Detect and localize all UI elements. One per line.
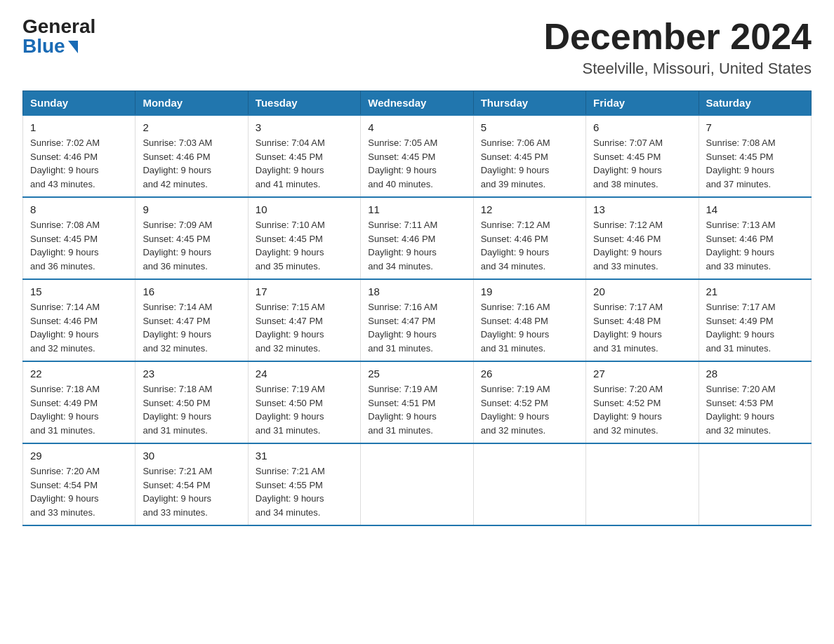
day-info: Sunrise: 7:06 AM Sunset: 4:45 PM Dayligh… bbox=[481, 136, 578, 191]
week-row-4: 22 Sunrise: 7:18 AM Sunset: 4:49 PM Dayl… bbox=[23, 361, 812, 443]
day-info: Sunrise: 7:07 AM Sunset: 4:45 PM Dayligh… bbox=[593, 136, 691, 191]
day-number: 4 bbox=[368, 121, 465, 133]
day-cell: 3 Sunrise: 7:04 AM Sunset: 4:45 PM Dayli… bbox=[248, 115, 360, 197]
location-subtitle: Steelville, Missouri, United States bbox=[543, 60, 812, 78]
day-cell: 30 Sunrise: 7:21 AM Sunset: 4:54 PM Dayl… bbox=[135, 443, 248, 525]
day-cell: 13 Sunrise: 7:12 AM Sunset: 4:46 PM Dayl… bbox=[586, 197, 699, 279]
day-info: Sunrise: 7:18 AM Sunset: 4:50 PM Dayligh… bbox=[143, 382, 240, 437]
day-number: 29 bbox=[30, 450, 128, 462]
day-info: Sunrise: 7:08 AM Sunset: 4:45 PM Dayligh… bbox=[30, 218, 128, 273]
day-info: Sunrise: 7:03 AM Sunset: 4:46 PM Dayligh… bbox=[143, 136, 240, 191]
day-cell bbox=[473, 443, 585, 525]
day-cell: 28 Sunrise: 7:20 AM Sunset: 4:53 PM Dayl… bbox=[699, 361, 811, 443]
day-cell: 25 Sunrise: 7:19 AM Sunset: 4:51 PM Dayl… bbox=[361, 361, 473, 443]
day-cell: 8 Sunrise: 7:08 AM Sunset: 4:45 PM Dayli… bbox=[23, 197, 135, 279]
day-cell bbox=[699, 443, 811, 525]
day-number: 22 bbox=[30, 368, 128, 380]
day-cell: 2 Sunrise: 7:03 AM Sunset: 4:46 PM Dayli… bbox=[135, 115, 248, 197]
week-row-2: 8 Sunrise: 7:08 AM Sunset: 4:45 PM Dayli… bbox=[23, 197, 812, 279]
day-info: Sunrise: 7:09 AM Sunset: 4:45 PM Dayligh… bbox=[143, 218, 240, 273]
day-number: 3 bbox=[256, 121, 353, 133]
day-cell: 20 Sunrise: 7:17 AM Sunset: 4:48 PM Dayl… bbox=[586, 279, 699, 361]
day-info: Sunrise: 7:19 AM Sunset: 4:52 PM Dayligh… bbox=[481, 382, 578, 437]
day-info: Sunrise: 7:19 AM Sunset: 4:51 PM Dayligh… bbox=[368, 382, 465, 437]
day-info: Sunrise: 7:14 AM Sunset: 4:46 PM Dayligh… bbox=[30, 300, 128, 355]
day-info: Sunrise: 7:19 AM Sunset: 4:50 PM Dayligh… bbox=[256, 382, 353, 437]
day-info: Sunrise: 7:12 AM Sunset: 4:46 PM Dayligh… bbox=[593, 218, 691, 273]
page-header: General Blue December 2024 Steelville, M… bbox=[22, 17, 812, 78]
day-cell: 14 Sunrise: 7:13 AM Sunset: 4:46 PM Dayl… bbox=[699, 197, 811, 279]
week-row-5: 29 Sunrise: 7:20 AM Sunset: 4:54 PM Dayl… bbox=[23, 443, 812, 525]
day-cell: 24 Sunrise: 7:19 AM Sunset: 4:50 PM Dayl… bbox=[248, 361, 360, 443]
weekday-header-thursday: Thursday bbox=[473, 91, 585, 116]
day-cell: 23 Sunrise: 7:18 AM Sunset: 4:50 PM Dayl… bbox=[135, 361, 248, 443]
day-number: 21 bbox=[706, 286, 804, 297]
day-cell: 5 Sunrise: 7:06 AM Sunset: 4:45 PM Dayli… bbox=[473, 115, 585, 197]
title-block: December 2024 Steelville, Missouri, Unit… bbox=[543, 17, 812, 78]
day-cell: 4 Sunrise: 7:05 AM Sunset: 4:45 PM Dayli… bbox=[361, 115, 473, 197]
day-cell: 31 Sunrise: 7:21 AM Sunset: 4:55 PM Dayl… bbox=[248, 443, 360, 525]
day-cell: 21 Sunrise: 7:17 AM Sunset: 4:49 PM Dayl… bbox=[699, 279, 811, 361]
day-number: 17 bbox=[256, 286, 353, 297]
logo-blue-text: Blue bbox=[22, 36, 78, 56]
day-info: Sunrise: 7:10 AM Sunset: 4:45 PM Dayligh… bbox=[256, 218, 353, 273]
day-cell: 6 Sunrise: 7:07 AM Sunset: 4:45 PM Dayli… bbox=[586, 115, 699, 197]
day-number: 30 bbox=[143, 450, 240, 462]
day-info: Sunrise: 7:21 AM Sunset: 4:54 PM Dayligh… bbox=[143, 464, 240, 519]
day-cell: 19 Sunrise: 7:16 AM Sunset: 4:48 PM Dayl… bbox=[473, 279, 585, 361]
day-number: 13 bbox=[593, 203, 691, 215]
week-row-1: 1 Sunrise: 7:02 AM Sunset: 4:46 PM Dayli… bbox=[23, 115, 812, 197]
day-info: Sunrise: 7:17 AM Sunset: 4:48 PM Dayligh… bbox=[593, 300, 691, 355]
day-info: Sunrise: 7:16 AM Sunset: 4:48 PM Dayligh… bbox=[481, 300, 578, 355]
day-cell: 10 Sunrise: 7:10 AM Sunset: 4:45 PM Dayl… bbox=[248, 197, 360, 279]
day-number: 9 bbox=[143, 203, 240, 215]
weekday-header-tuesday: Tuesday bbox=[248, 91, 360, 116]
day-info: Sunrise: 7:11 AM Sunset: 4:46 PM Dayligh… bbox=[368, 218, 465, 273]
logo-triangle-icon bbox=[68, 41, 78, 53]
day-number: 23 bbox=[143, 368, 240, 380]
day-info: Sunrise: 7:21 AM Sunset: 4:55 PM Dayligh… bbox=[256, 464, 353, 519]
day-info: Sunrise: 7:05 AM Sunset: 4:45 PM Dayligh… bbox=[368, 136, 465, 191]
day-cell: 22 Sunrise: 7:18 AM Sunset: 4:49 PM Dayl… bbox=[23, 361, 135, 443]
day-cell: 9 Sunrise: 7:09 AM Sunset: 4:45 PM Dayli… bbox=[135, 197, 248, 279]
day-info: Sunrise: 7:17 AM Sunset: 4:49 PM Dayligh… bbox=[706, 300, 804, 355]
day-number: 18 bbox=[368, 286, 465, 297]
weekday-header-wednesday: Wednesday bbox=[361, 91, 473, 116]
day-number: 27 bbox=[593, 368, 691, 380]
day-cell: 18 Sunrise: 7:16 AM Sunset: 4:47 PM Dayl… bbox=[361, 279, 473, 361]
day-number: 28 bbox=[706, 368, 804, 380]
weekday-header-saturday: Saturday bbox=[699, 91, 811, 116]
day-cell: 17 Sunrise: 7:15 AM Sunset: 4:47 PM Dayl… bbox=[248, 279, 360, 361]
day-number: 11 bbox=[368, 203, 465, 215]
logo: General Blue bbox=[22, 17, 95, 56]
day-cell: 16 Sunrise: 7:14 AM Sunset: 4:47 PM Dayl… bbox=[135, 279, 248, 361]
day-info: Sunrise: 7:04 AM Sunset: 4:45 PM Dayligh… bbox=[256, 136, 353, 191]
calendar-table: SundayMondayTuesdayWednesdayThursdayFrid… bbox=[22, 90, 812, 526]
week-row-3: 15 Sunrise: 7:14 AM Sunset: 4:46 PM Dayl… bbox=[23, 279, 812, 361]
day-cell: 11 Sunrise: 7:11 AM Sunset: 4:46 PM Dayl… bbox=[361, 197, 473, 279]
day-number: 19 bbox=[481, 286, 578, 297]
logo-general-text: General bbox=[22, 17, 95, 36]
day-number: 1 bbox=[30, 121, 128, 133]
day-info: Sunrise: 7:20 AM Sunset: 4:54 PM Dayligh… bbox=[30, 464, 128, 519]
month-title: December 2024 bbox=[543, 17, 812, 57]
day-cell: 1 Sunrise: 7:02 AM Sunset: 4:46 PM Dayli… bbox=[23, 115, 135, 197]
day-info: Sunrise: 7:08 AM Sunset: 4:45 PM Dayligh… bbox=[706, 136, 804, 191]
day-number: 2 bbox=[143, 121, 240, 133]
day-number: 7 bbox=[706, 121, 804, 133]
day-number: 20 bbox=[593, 286, 691, 297]
day-info: Sunrise: 7:12 AM Sunset: 4:46 PM Dayligh… bbox=[481, 218, 578, 273]
day-info: Sunrise: 7:02 AM Sunset: 4:46 PM Dayligh… bbox=[30, 136, 128, 191]
day-number: 15 bbox=[30, 286, 128, 297]
day-number: 31 bbox=[256, 450, 353, 462]
day-info: Sunrise: 7:20 AM Sunset: 4:52 PM Dayligh… bbox=[593, 382, 691, 437]
day-info: Sunrise: 7:13 AM Sunset: 4:46 PM Dayligh… bbox=[706, 218, 804, 273]
day-number: 5 bbox=[481, 121, 578, 133]
day-info: Sunrise: 7:15 AM Sunset: 4:47 PM Dayligh… bbox=[256, 300, 353, 355]
day-info: Sunrise: 7:14 AM Sunset: 4:47 PM Dayligh… bbox=[143, 300, 240, 355]
day-cell: 26 Sunrise: 7:19 AM Sunset: 4:52 PM Dayl… bbox=[473, 361, 585, 443]
day-cell: 29 Sunrise: 7:20 AM Sunset: 4:54 PM Dayl… bbox=[23, 443, 135, 525]
day-cell: 27 Sunrise: 7:20 AM Sunset: 4:52 PM Dayl… bbox=[586, 361, 699, 443]
day-cell: 12 Sunrise: 7:12 AM Sunset: 4:46 PM Dayl… bbox=[473, 197, 585, 279]
day-number: 8 bbox=[30, 203, 128, 215]
